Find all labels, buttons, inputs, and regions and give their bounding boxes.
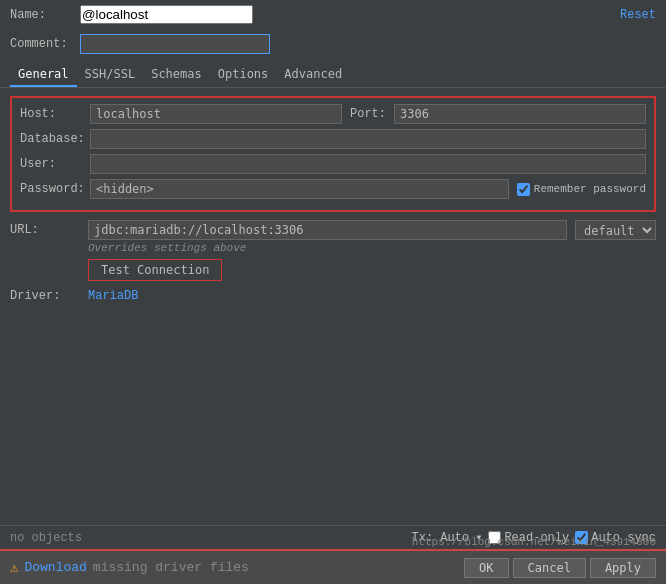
comment-label: Comment: <box>10 37 80 51</box>
driver-link[interactable]: MariaDB <box>88 289 138 303</box>
host-input[interactable] <box>90 104 342 124</box>
user-input[interactable] <box>90 154 646 174</box>
overrides-text: Overrides settings above <box>88 242 656 254</box>
database-label: Database: <box>20 132 90 146</box>
port-input[interactable] <box>394 104 646 124</box>
ok-button[interactable]: OK <box>464 558 508 578</box>
download-bar: ⚠ Download missing driver files OK Cance… <box>0 549 666 584</box>
apply-button[interactable]: Apply <box>590 558 656 578</box>
port-label: Port: <box>350 107 386 121</box>
url-select[interactable]: default <box>575 220 656 240</box>
password-label: Password: <box>20 182 90 196</box>
download-suffix: missing driver files <box>93 560 249 575</box>
user-label: User: <box>20 157 90 171</box>
host-label: Host: <box>20 107 90 121</box>
name-input[interactable] <box>80 5 253 24</box>
tab-options[interactable]: Options <box>210 63 277 87</box>
test-connection-wrap: Test Connection <box>88 259 656 281</box>
main-section: Host: Port: Database: User: Password: Re… <box>0 88 666 311</box>
user-row: User: <box>20 154 646 174</box>
remember-label: Remember password <box>534 183 646 195</box>
tab-sshssl[interactable]: SSH/SSL <box>77 63 144 87</box>
driver-label: Driver: <box>10 289 80 303</box>
tab-schemas[interactable]: Schemas <box>143 63 210 87</box>
tabs: General SSH/SSL Schemas Options Advanced <box>0 59 666 88</box>
name-row: Name: Reset <box>0 0 666 29</box>
test-connection-button[interactable]: Test Connection <box>88 259 222 281</box>
no-objects-text: no objects <box>10 531 82 545</box>
cancel-button[interactable]: Cancel <box>513 558 586 578</box>
name-label: Name: <box>10 8 80 22</box>
remember-checkbox[interactable] <box>517 183 530 196</box>
password-row: Password: Remember password <box>20 179 646 199</box>
database-input[interactable] <box>90 129 646 149</box>
comment-row: Comment: <box>0 29 666 59</box>
watermark: https://blog.csdn.net/weixin_43914300 <box>412 536 656 548</box>
download-link[interactable]: Download <box>24 560 86 575</box>
url-input[interactable] <box>88 220 567 240</box>
host-row: Host: Port: <box>20 104 646 124</box>
password-input[interactable] <box>90 179 509 199</box>
tab-advanced[interactable]: Advanced <box>276 63 350 87</box>
url-row: URL: default <box>10 220 656 240</box>
warning-icon: ⚠ <box>10 559 18 576</box>
connection-fields-box: Host: Port: Database: User: Password: Re… <box>10 96 656 212</box>
driver-row: Driver: MariaDB <box>10 289 656 303</box>
comment-input[interactable] <box>80 34 270 54</box>
tab-general[interactable]: General <box>10 63 77 87</box>
reset-link[interactable]: Reset <box>620 8 656 22</box>
database-row: Database: <box>20 129 646 149</box>
url-label: URL: <box>10 223 80 237</box>
